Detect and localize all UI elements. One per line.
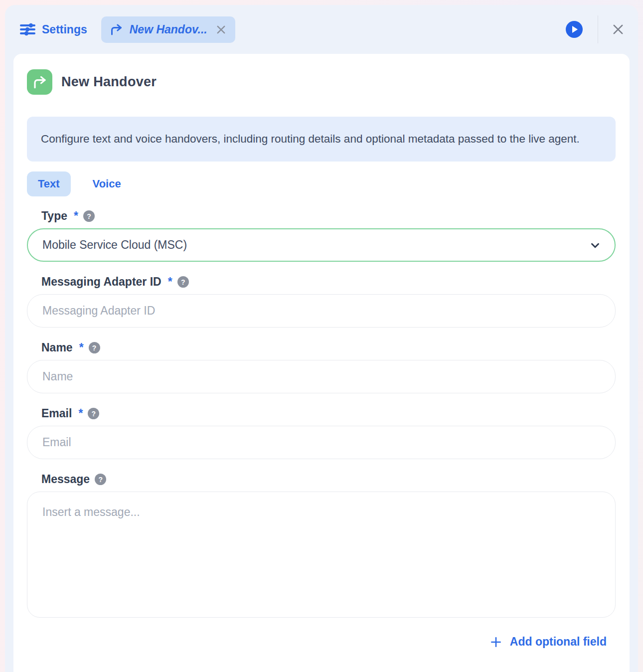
info-banner-text: Configure text and voice handovers, incl… [41,133,580,145]
settings-label: Settings [42,23,87,36]
type-help-icon[interactable]: ? [83,210,95,222]
topbar-divider [598,15,598,43]
panel-close-button[interactable] [611,22,625,36]
type-select-value: Mobile Service Cloud (MSC) [42,238,187,252]
field-messaging-adapter-id-label-row: Messaging Adapter ID * ? [41,275,616,289]
message-textarea[interactable] [27,492,616,618]
sliders-icon [20,22,35,37]
add-optional-field-label: Add optional field [510,635,607,649]
name-help-icon[interactable]: ? [89,342,100,353]
corner-up-right-icon [110,23,123,36]
email-help-icon[interactable]: ? [88,408,99,419]
handover-settings-panel: Settings New Handov... [5,5,638,672]
message-help-icon[interactable]: ? [95,474,106,485]
email-label: Email [41,407,72,420]
info-banner: Configure text and voice handovers, incl… [27,117,616,162]
page-title: New Handover [61,74,157,90]
field-email-label-row: Email * ? [41,407,616,420]
play-icon [572,26,578,33]
tab-new-handover[interactable]: New Handov... [101,16,235,43]
messaging-adapter-id-label: Messaging Adapter ID [41,275,161,289]
email-input[interactable] [27,426,616,459]
mode-tabs: Text Voice [27,171,616,196]
plus-icon [489,636,502,649]
tab-text-label: Text [38,177,60,190]
settings-nav-item[interactable]: Settings [20,22,87,37]
required-marker: * [79,341,84,354]
tab-text[interactable]: Text [27,171,71,196]
field-messaging-adapter-id: Messaging Adapter ID * ? [27,275,616,328]
type-label: Type [41,209,67,223]
play-button[interactable] [566,21,583,38]
tab-close-icon[interactable] [215,24,227,35]
field-message: Message ? [27,473,616,620]
topbar: Settings New Handov... [5,5,638,54]
page-header: New Handover [27,69,616,95]
required-marker: * [78,407,83,420]
name-label: Name [41,341,73,354]
required-marker: * [74,209,78,223]
messaging-adapter-id-input[interactable] [27,294,616,328]
field-type: Type * ? Mobile Service Cloud (MSC) [27,209,616,262]
form-footer: Add optional field [27,635,616,649]
type-select[interactable]: Mobile Service Cloud (MSC) [27,228,616,262]
field-message-label-row: Message ? [41,473,616,486]
handover-form-panel: New Handover Configure text and voice ha… [13,54,630,672]
field-email: Email * ? [27,407,616,459]
name-input[interactable] [27,360,616,393]
tab-voice[interactable]: Voice [82,171,132,196]
field-name: Name * ? [27,341,616,393]
chevron-down-icon [589,239,602,252]
handover-icon [27,69,52,95]
add-optional-field-button[interactable]: Add optional field [489,635,607,649]
messaging-adapter-id-help-icon[interactable]: ? [177,276,189,288]
field-type-label-row: Type * ? [41,209,616,223]
required-marker: * [168,275,172,289]
tab-voice-label: Voice [93,177,121,190]
field-name-label-row: Name * ? [41,341,616,354]
tab-new-handover-label: New Handov... [130,23,207,36]
message-label: Message [41,473,90,486]
